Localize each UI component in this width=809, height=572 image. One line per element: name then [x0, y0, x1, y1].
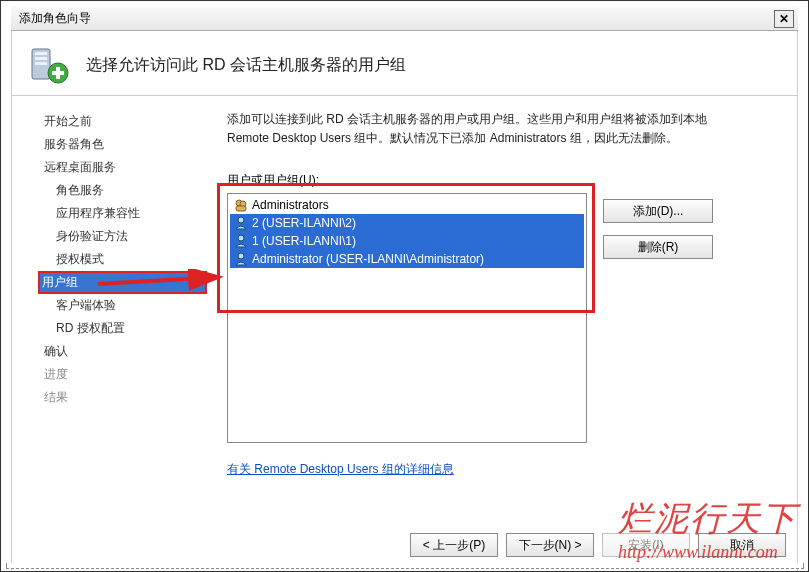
main-panel: 添加可以连接到此 RD 会话主机服务器的用户或用户组。这些用户和用户组将被添加到… — [207, 96, 797, 572]
cancel-button[interactable]: 取消 — [698, 533, 786, 557]
description-text: 添加可以连接到此 RD 会话主机服务器的用户或用户组。这些用户和用户组将被添加到… — [227, 110, 747, 148]
wizard-footer-buttons: < 上一步(P) 下一步(N) > 安装(I) 取消 — [410, 533, 786, 557]
svg-rect-1 — [35, 52, 47, 55]
svg-point-12 — [238, 253, 244, 259]
group-icon — [234, 198, 248, 212]
svg-point-10 — [238, 217, 244, 223]
sidebar-item[interactable]: 角色服务 — [40, 179, 207, 202]
user-icon — [234, 252, 248, 266]
svg-rect-2 — [35, 57, 47, 60]
list-item[interactable]: Administrator (USER-ILANNI\Administrator… — [230, 250, 584, 268]
install-button[interactable]: 安装(I) — [602, 533, 690, 557]
sidebar-item[interactable]: 开始之前 — [40, 110, 207, 133]
listbox-label: 用户或用户组(U): — [227, 172, 787, 189]
server-add-icon — [28, 45, 72, 85]
next-button[interactable]: 下一步(N) > — [506, 533, 594, 557]
remove-button[interactable]: 删除(R) — [603, 235, 713, 259]
window-title: 添加角色向导 — [19, 10, 91, 27]
sidebar-item[interactable]: 结果 — [40, 386, 207, 409]
sidebar-item[interactable]: RD 授权配置 — [40, 317, 207, 340]
add-button[interactable]: 添加(D)... — [603, 199, 713, 223]
sidebar-item[interactable]: 进度 — [40, 363, 207, 386]
user-group-listbox[interactable]: Administrators2 (USER-ILANNI\2)1 (USER-I… — [227, 193, 587, 443]
sidebar-item[interactable]: 服务器角色 — [40, 133, 207, 156]
sidebar-item[interactable]: 应用程序兼容性 — [40, 202, 207, 225]
sidebar-item[interactable]: 远程桌面服务 — [40, 156, 207, 179]
sidebar-item[interactable]: 授权模式 — [40, 248, 207, 271]
back-button[interactable]: < 上一步(P) — [410, 533, 498, 557]
user-icon — [234, 216, 248, 230]
svg-point-11 — [238, 235, 244, 241]
list-item-label: 1 (USER-ILANNI\1) — [252, 234, 356, 248]
wizard-header: 选择允许访问此 RD 会话主机服务器的用户组 — [11, 31, 798, 96]
list-item[interactable]: 2 (USER-ILANNI\2) — [230, 214, 584, 232]
list-item-label: 2 (USER-ILANNI\2) — [252, 216, 356, 230]
user-icon — [234, 234, 248, 248]
list-item-label: Administrators — [252, 198, 329, 212]
svg-rect-9 — [236, 206, 246, 211]
close-button[interactable]: ✕ — [774, 10, 794, 28]
list-item[interactable]: 1 (USER-ILANNI\1) — [230, 232, 584, 250]
list-item-label: Administrator (USER-ILANNI\Administrator… — [252, 252, 484, 266]
wizard-steps-sidebar: 开始之前服务器角色远程桌面服务角色服务应用程序兼容性身份验证方法授权模式用户组客… — [12, 96, 207, 572]
sidebar-item[interactable]: 确认 — [40, 340, 207, 363]
help-link[interactable]: 有关 Remote Desktop Users 组的详细信息 — [227, 461, 454, 478]
list-item[interactable]: Administrators — [230, 196, 584, 214]
svg-rect-3 — [35, 62, 47, 65]
svg-rect-6 — [52, 71, 64, 75]
sidebar-item[interactable]: 身份验证方法 — [40, 225, 207, 248]
sidebar-item[interactable]: 客户端体验 — [40, 294, 207, 317]
page-title: 选择允许访问此 RD 会话主机服务器的用户组 — [86, 55, 406, 76]
titlebar: 添加角色向导 ✕ — [11, 7, 798, 31]
close-icon: ✕ — [779, 12, 789, 26]
sidebar-item[interactable]: 用户组 — [38, 271, 207, 294]
